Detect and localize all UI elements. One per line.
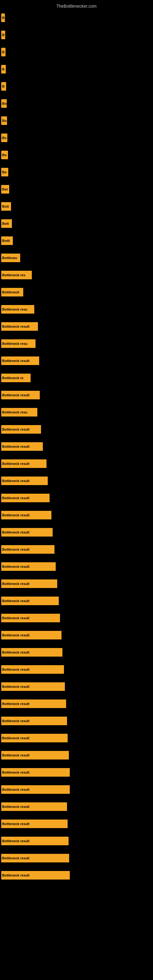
bar-row: Bottleneck result [0, 352, 153, 369]
bar-row: Bottleneck result [0, 747, 153, 764]
bar-label: Bottleneck result [1, 614, 60, 622]
bar-label: B [1, 48, 5, 56]
bar-label: Bo [1, 168, 8, 177]
bar-row: Bottleneck result [0, 489, 153, 506]
bar-row: Bottleneck result [0, 438, 153, 455]
bar-label: Bottleneck resu [1, 339, 35, 348]
bar-row: Bo [0, 146, 153, 164]
bar-label: Bottleneck result [1, 322, 38, 331]
bar-row: Bottleneck result [0, 781, 153, 798]
bar-label: Bo [1, 134, 7, 142]
bar-label: Bottleneck result [1, 562, 56, 571]
bar-label: Bottleneck result [1, 854, 69, 862]
bar-row: Bo [0, 95, 153, 112]
bar-label: B [1, 30, 5, 39]
bar-row: Bottleneck result [0, 850, 153, 867]
bar-row: Bottleneck result [0, 712, 153, 730]
bar-label: Bottleneck result [1, 751, 69, 759]
bar-row: Bottlenec [0, 249, 153, 266]
bar-row: B [0, 26, 153, 43]
bar-label: Bottleneck result [1, 665, 64, 674]
bar-row: Bottleneck result [0, 644, 153, 661]
bar-row: Bott [0, 215, 153, 232]
bar-label: Bott [1, 219, 12, 228]
bar-row: Bo [0, 129, 153, 146]
bar-row: Bottleneck result [0, 575, 153, 592]
bar-label: Bo [1, 99, 7, 108]
bar-label: Bottleneck result [1, 511, 51, 519]
bar-label: Bottleneck result [1, 494, 49, 502]
bar-label: Bottl [1, 236, 13, 245]
bar-label: Bottleneck result [1, 871, 70, 880]
bar-label: Bottlenec [1, 254, 20, 262]
bar-row: Bottleneck result [0, 867, 153, 884]
bar-row: Bottleneck re [0, 369, 153, 387]
bar-label: B [1, 82, 6, 91]
bar-row: Bottleneck result [0, 541, 153, 558]
bar-label: Bottleneck result [1, 442, 43, 451]
bar-row: Bottleneck res [0, 266, 153, 283]
bar-label: Bottleneck result [1, 391, 40, 399]
bar-label: Bottleneck result [1, 477, 48, 485]
bar-label: Bottleneck res [1, 271, 32, 279]
bar-row: Bott [0, 198, 153, 215]
bar-label: Bottleneck result [1, 768, 70, 776]
bar-row: Bottleneck result [0, 627, 153, 644]
bar-label: Bottleneck result [1, 700, 66, 708]
bar-label: Bo [1, 151, 8, 159]
bar-row: Bottl [0, 232, 153, 249]
bar-row: Bottleneck result [0, 695, 153, 712]
bar-row: Bottleneck resu [0, 404, 153, 421]
bar-row: Bottleneck result [0, 661, 153, 678]
bar-row: Bottleneck result [0, 524, 153, 541]
bar-row: Bo [0, 164, 153, 181]
bar-label: Bottleneck resu [1, 408, 37, 417]
bar-label: B [1, 65, 6, 73]
bar-label: Bottleneck result [1, 717, 67, 725]
bar-label: Bo [1, 116, 7, 125]
bar-row: Bottleneck result [0, 592, 153, 609]
bar-label: Bottleneck re [1, 374, 30, 382]
bar-label: Bottleneck result [1, 648, 62, 657]
bar-label: Bottleneck result [1, 545, 54, 554]
bar-label: Bottleneck result [1, 802, 67, 811]
bar-label: Bottleneck result [1, 425, 41, 434]
bar-row: Bottleneck result [0, 609, 153, 627]
bar-row: Bottleneck [0, 283, 153, 301]
bar-row: Bot [0, 181, 153, 198]
bar-label: Bottleneck result [1, 837, 69, 845]
bar-row: Bottleneck result [0, 678, 153, 695]
bar-row: Bottleneck result [0, 815, 153, 832]
bar-row: B [0, 60, 153, 78]
bar-label: Bottleneck result [1, 785, 70, 794]
bar-row: Bottleneck resu [0, 335, 153, 352]
bar-row: Bottleneck result [0, 318, 153, 335]
site-title: TheBottlenecker.com [0, 1, 153, 10]
bar-label: Bottleneck result [1, 819, 68, 828]
bar-row: Bottleneck resu [0, 301, 153, 318]
bar-row: Bo [0, 112, 153, 129]
bar-label: Bottleneck result [1, 597, 59, 605]
bar-label: Bottleneck result [1, 682, 65, 691]
bar-row: Bottleneck result [0, 472, 153, 489]
bar-label: Bottleneck [1, 288, 23, 296]
bar-row: Bottleneck result [0, 764, 153, 781]
bar-row: Bottleneck result [0, 730, 153, 747]
bar-label: Bottleneck result [1, 631, 62, 640]
bar-row: B [0, 78, 153, 95]
bar-row: Bottleneck result [0, 387, 153, 404]
bar-row: Bottleneck result [0, 798, 153, 815]
bar-label: Bott [1, 202, 11, 211]
bar-row: Bottleneck result [0, 455, 153, 472]
bars-container: BBBBBBoBoBoBoBoBotBottBottBottlBottlenec… [0, 9, 153, 884]
bar-label: B [1, 13, 5, 22]
bar-label: Bottleneck result [1, 734, 68, 742]
bar-label: Bot [1, 185, 9, 194]
bar-row: B [0, 9, 153, 26]
bar-label: Bottleneck result [1, 460, 46, 468]
bar-row: Bottleneck result [0, 832, 153, 850]
bar-label: Bottleneck result [1, 579, 57, 588]
bar-row: Bottleneck result [0, 558, 153, 575]
bar-label: Bottleneck result [1, 528, 53, 536]
bar-label: Bottleneck result [1, 356, 39, 365]
